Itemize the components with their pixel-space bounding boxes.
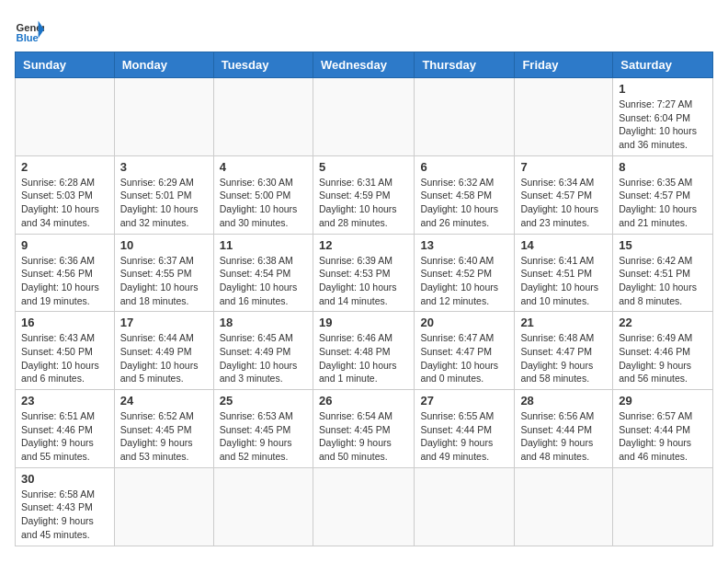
day-info: Sunrise: 6:41 AM Sunset: 4:51 PM Dayligh… bbox=[520, 254, 607, 308]
calendar-cell: 13Sunrise: 6:40 AM Sunset: 4:52 PM Dayli… bbox=[415, 234, 515, 312]
day-info: Sunrise: 7:27 AM Sunset: 6:04 PM Dayligh… bbox=[619, 98, 707, 152]
day-info: Sunrise: 6:51 AM Sunset: 4:46 PM Dayligh… bbox=[21, 409, 108, 464]
calendar-cell bbox=[114, 467, 213, 546]
calendar-cell: 10Sunrise: 6:37 AM Sunset: 4:55 PM Dayli… bbox=[114, 234, 213, 312]
calendar-cell: 30Sunrise: 6:58 AM Sunset: 4:43 PM Dayli… bbox=[16, 467, 115, 546]
day-info: Sunrise: 6:42 AM Sunset: 4:51 PM Dayligh… bbox=[619, 254, 707, 308]
day-number: 13 bbox=[420, 238, 508, 252]
day-info: Sunrise: 6:36 AM Sunset: 4:56 PM Dayligh… bbox=[21, 254, 108, 308]
day-info: Sunrise: 6:38 AM Sunset: 4:54 PM Dayligh… bbox=[220, 254, 307, 308]
calendar-cell: 12Sunrise: 6:39 AM Sunset: 4:53 PM Dayli… bbox=[313, 234, 414, 312]
day-info: Sunrise: 6:30 AM Sunset: 5:00 PM Dayligh… bbox=[220, 176, 307, 230]
calendar-cell: 24Sunrise: 6:52 AM Sunset: 4:45 PM Dayli… bbox=[114, 390, 213, 468]
calendar-cell bbox=[16, 78, 115, 156]
day-info: Sunrise: 6:52 AM Sunset: 4:45 PM Dayligh… bbox=[120, 409, 208, 464]
calendar-cell bbox=[213, 467, 313, 546]
day-number: 10 bbox=[120, 238, 208, 252]
day-number: 7 bbox=[520, 160, 607, 174]
day-info: Sunrise: 6:55 AM Sunset: 4:44 PM Dayligh… bbox=[420, 409, 508, 464]
day-number: 4 bbox=[220, 160, 307, 174]
day-number: 3 bbox=[120, 160, 208, 174]
calendar-cell: 29Sunrise: 6:57 AM Sunset: 4:44 PM Dayli… bbox=[613, 390, 713, 468]
column-header-monday: Monday bbox=[114, 52, 213, 78]
calendar-cell: 3Sunrise: 6:29 AM Sunset: 5:01 PM Daylig… bbox=[114, 155, 213, 234]
calendar-cell bbox=[114, 78, 213, 156]
calendar-week-3: 16Sunrise: 6:43 AM Sunset: 4:50 PM Dayli… bbox=[16, 312, 713, 390]
day-number: 27 bbox=[420, 394, 508, 408]
calendar-cell: 26Sunrise: 6:54 AM Sunset: 4:45 PM Dayli… bbox=[313, 390, 414, 468]
calendar-week-2: 9Sunrise: 6:36 AM Sunset: 4:56 PM Daylig… bbox=[16, 234, 713, 312]
column-header-thursday: Thursday bbox=[415, 52, 515, 78]
calendar-cell: 15Sunrise: 6:42 AM Sunset: 4:51 PM Dayli… bbox=[613, 234, 713, 312]
day-number: 21 bbox=[520, 316, 607, 329]
calendar-cell: 20Sunrise: 6:47 AM Sunset: 4:47 PM Dayli… bbox=[415, 312, 515, 390]
day-info: Sunrise: 6:31 AM Sunset: 4:59 PM Dayligh… bbox=[319, 176, 408, 230]
day-number: 16 bbox=[21, 316, 108, 329]
day-number: 20 bbox=[420, 316, 508, 329]
day-info: Sunrise: 6:54 AM Sunset: 4:45 PM Dayligh… bbox=[319, 409, 408, 464]
day-number: 28 bbox=[520, 394, 607, 408]
calendar-week-4: 23Sunrise: 6:51 AM Sunset: 4:46 PM Dayli… bbox=[16, 390, 713, 468]
calendar-cell: 23Sunrise: 6:51 AM Sunset: 4:46 PM Dayli… bbox=[16, 390, 115, 468]
day-info: Sunrise: 6:56 AM Sunset: 4:44 PM Dayligh… bbox=[520, 409, 607, 464]
calendar-cell: 25Sunrise: 6:53 AM Sunset: 4:45 PM Dayli… bbox=[213, 390, 313, 468]
day-number: 18 bbox=[220, 316, 307, 329]
calendar-table: SundayMondayTuesdayWednesdayThursdayFrid… bbox=[15, 52, 713, 546]
calendar-cell: 2Sunrise: 6:28 AM Sunset: 5:03 PM Daylig… bbox=[16, 155, 115, 234]
calendar-week-0: 1Sunrise: 7:27 AM Sunset: 6:04 PM Daylig… bbox=[16, 78, 713, 156]
day-info: Sunrise: 6:40 AM Sunset: 4:52 PM Dayligh… bbox=[420, 254, 508, 308]
calendar-week-1: 2Sunrise: 6:28 AM Sunset: 5:03 PM Daylig… bbox=[16, 155, 713, 234]
day-number: 5 bbox=[319, 160, 408, 174]
day-info: Sunrise: 6:48 AM Sunset: 4:47 PM Dayligh… bbox=[520, 331, 607, 385]
logo: General Blue bbox=[15, 15, 44, 44]
day-number: 26 bbox=[319, 394, 408, 408]
day-number: 9 bbox=[21, 238, 108, 252]
calendar-cell bbox=[415, 467, 515, 546]
calendar-cell bbox=[313, 78, 414, 156]
day-number: 23 bbox=[21, 394, 108, 408]
calendar-cell bbox=[213, 78, 313, 156]
calendar-cell bbox=[415, 78, 515, 156]
day-info: Sunrise: 6:57 AM Sunset: 4:44 PM Dayligh… bbox=[619, 409, 707, 464]
column-header-tuesday: Tuesday bbox=[213, 52, 313, 78]
day-info: Sunrise: 6:49 AM Sunset: 4:46 PM Dayligh… bbox=[619, 331, 707, 385]
day-number: 6 bbox=[420, 160, 508, 174]
day-info: Sunrise: 6:53 AM Sunset: 4:45 PM Dayligh… bbox=[220, 409, 307, 464]
calendar-cell: 7Sunrise: 6:34 AM Sunset: 4:57 PM Daylig… bbox=[515, 155, 613, 234]
calendar-cell: 1Sunrise: 7:27 AM Sunset: 6:04 PM Daylig… bbox=[613, 78, 713, 156]
day-number: 8 bbox=[619, 160, 707, 174]
day-number: 24 bbox=[120, 394, 208, 408]
day-info: Sunrise: 6:46 AM Sunset: 4:48 PM Dayligh… bbox=[319, 331, 408, 385]
day-info: Sunrise: 6:29 AM Sunset: 5:01 PM Dayligh… bbox=[120, 176, 208, 230]
calendar-cell: 19Sunrise: 6:46 AM Sunset: 4:48 PM Dayli… bbox=[313, 312, 414, 390]
day-number: 29 bbox=[619, 394, 707, 408]
day-info: Sunrise: 6:43 AM Sunset: 4:50 PM Dayligh… bbox=[21, 331, 108, 385]
calendar-cell: 16Sunrise: 6:43 AM Sunset: 4:50 PM Dayli… bbox=[16, 312, 115, 390]
day-info: Sunrise: 6:39 AM Sunset: 4:53 PM Dayligh… bbox=[319, 254, 408, 308]
day-number: 15 bbox=[619, 238, 707, 252]
day-info: Sunrise: 6:44 AM Sunset: 4:49 PM Dayligh… bbox=[120, 331, 208, 385]
calendar-cell bbox=[515, 78, 613, 156]
column-header-wednesday: Wednesday bbox=[313, 52, 414, 78]
calendar-cell bbox=[515, 467, 613, 546]
calendar-cell: 5Sunrise: 6:31 AM Sunset: 4:59 PM Daylig… bbox=[313, 155, 414, 234]
day-info: Sunrise: 6:47 AM Sunset: 4:47 PM Dayligh… bbox=[420, 331, 508, 385]
day-info: Sunrise: 6:32 AM Sunset: 4:58 PM Dayligh… bbox=[420, 176, 508, 230]
column-header-friday: Friday bbox=[515, 52, 613, 78]
calendar-week-5: 30Sunrise: 6:58 AM Sunset: 4:43 PM Dayli… bbox=[16, 467, 713, 546]
calendar-cell: 8Sunrise: 6:35 AM Sunset: 4:57 PM Daylig… bbox=[613, 155, 713, 234]
calendar-cell: 17Sunrise: 6:44 AM Sunset: 4:49 PM Dayli… bbox=[114, 312, 213, 390]
calendar-cell: 21Sunrise: 6:48 AM Sunset: 4:47 PM Dayli… bbox=[515, 312, 613, 390]
day-number: 19 bbox=[319, 316, 408, 329]
calendar-cell: 18Sunrise: 6:45 AM Sunset: 4:49 PM Dayli… bbox=[213, 312, 313, 390]
day-number: 25 bbox=[220, 394, 307, 408]
column-header-saturday: Saturday bbox=[613, 52, 713, 78]
logo-icon: General Blue bbox=[15, 15, 44, 44]
calendar-cell: 28Sunrise: 6:56 AM Sunset: 4:44 PM Dayli… bbox=[515, 390, 613, 468]
day-info: Sunrise: 6:28 AM Sunset: 5:03 PM Dayligh… bbox=[21, 176, 108, 230]
calendar-cell: 6Sunrise: 6:32 AM Sunset: 4:58 PM Daylig… bbox=[415, 155, 515, 234]
day-info: Sunrise: 6:58 AM Sunset: 4:43 PM Dayligh… bbox=[21, 488, 108, 542]
page-header: General Blue bbox=[15, 15, 713, 44]
day-number: 12 bbox=[319, 238, 408, 252]
calendar-cell: 27Sunrise: 6:55 AM Sunset: 4:44 PM Dayli… bbox=[415, 390, 515, 468]
